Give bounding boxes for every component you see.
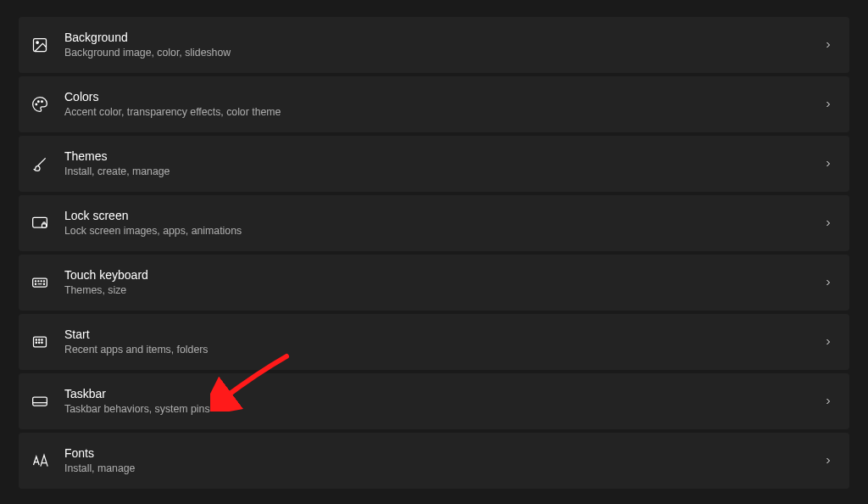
item-subtitle: Install, manage (64, 462, 822, 476)
settings-item-taskbar[interactable]: Taskbar Taskbar behaviors, system pins (19, 373, 849, 429)
item-title: Themes (64, 148, 822, 164)
item-text: Taskbar Taskbar behaviors, system pins (64, 386, 822, 417)
svg-rect-7 (33, 278, 47, 287)
item-title: Fonts (64, 445, 822, 461)
item-subtitle: Themes, size (64, 284, 822, 298)
svg-point-16 (36, 339, 36, 340)
svg-point-20 (39, 342, 40, 343)
svg-point-9 (38, 281, 39, 282)
start-grid-icon (31, 333, 49, 351)
settings-item-touchkeyboard[interactable]: Touch keyboard Themes, size (19, 255, 849, 311)
fonts-icon (31, 451, 49, 470)
svg-point-13 (43, 283, 44, 284)
chevron-right-icon (822, 158, 834, 170)
svg-rect-6 (42, 224, 47, 227)
item-text: Fonts Install, manage (64, 445, 822, 476)
item-subtitle: Install, create, manage (64, 165, 822, 179)
settings-item-start[interactable]: Start Recent apps and items, folders (19, 314, 849, 370)
item-text: Background Background image, color, slid… (64, 30, 822, 60)
svg-point-4 (42, 101, 43, 103)
svg-point-21 (42, 342, 42, 343)
item-title: Start (64, 327, 822, 342)
settings-item-fonts[interactable]: Fonts Install, manage (19, 433, 849, 489)
svg-point-8 (35, 281, 36, 282)
item-text: Touch keyboard Themes, size (64, 267, 822, 298)
item-text: Lock screen Lock screen images, apps, an… (64, 208, 822, 238)
item-title: Touch keyboard (64, 267, 822, 283)
svg-point-12 (35, 283, 36, 284)
svg-point-1 (36, 42, 39, 44)
lock-screen-icon (31, 214, 49, 232)
chevron-right-icon (822, 336, 834, 348)
chevron-right-icon (822, 455, 834, 467)
chevron-right-icon (822, 39, 834, 51)
item-title: Taskbar (64, 386, 822, 401)
svg-point-10 (41, 281, 42, 282)
image-icon (31, 36, 49, 54)
svg-point-11 (43, 281, 44, 282)
svg-point-19 (36, 342, 36, 343)
chevron-right-icon (822, 217, 834, 229)
settings-item-colors[interactable]: Colors Accent color, transparency effect… (19, 76, 849, 132)
palette-icon (31, 95, 49, 114)
brush-icon (31, 154, 49, 173)
item-title: Background (64, 30, 822, 45)
keyboard-icon (31, 273, 49, 292)
item-text: Colors Accent color, transparency effect… (64, 89, 822, 120)
chevron-right-icon (822, 277, 834, 288)
item-text: Themes Install, create, manage (64, 148, 822, 179)
item-subtitle: Lock screen images, apps, animations (64, 225, 822, 238)
item-text: Start Recent apps and items, folders (64, 327, 822, 357)
svg-point-17 (39, 339, 40, 340)
settings-item-lockscreen[interactable]: Lock screen Lock screen images, apps, an… (19, 195, 849, 251)
chevron-right-icon (822, 98, 834, 110)
svg-rect-22 (33, 397, 47, 406)
personalization-settings-list: Background Background image, color, slid… (19, 17, 849, 489)
item-subtitle: Background image, color, slideshow (64, 47, 822, 60)
chevron-right-icon (822, 395, 834, 407)
item-title: Lock screen (64, 208, 822, 223)
item-subtitle: Taskbar behaviors, system pins (64, 403, 822, 417)
settings-item-background[interactable]: Background Background image, color, slid… (19, 17, 849, 73)
svg-point-3 (38, 101, 40, 103)
svg-point-18 (42, 339, 42, 340)
item-subtitle: Recent apps and items, folders (64, 344, 822, 357)
item-title: Colors (64, 89, 822, 104)
svg-point-2 (36, 104, 37, 105)
settings-item-themes[interactable]: Themes Install, create, manage (19, 136, 849, 192)
taskbar-icon (31, 392, 49, 411)
item-subtitle: Accent color, transparency effects, colo… (64, 106, 822, 120)
